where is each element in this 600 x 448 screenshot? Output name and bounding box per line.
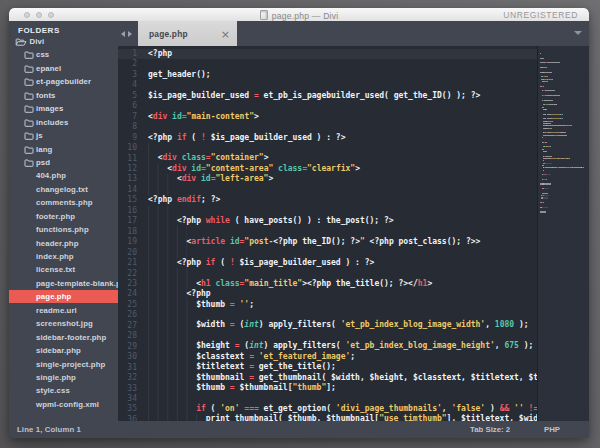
sidebar-item-label: epanel	[36, 63, 61, 72]
code-line-12: <div id="content-area" class="clearfix">	[148, 164, 537, 174]
code-line-18	[148, 226, 537, 236]
folder-icon	[24, 142, 34, 155]
code-line-13: <div id="left-area">	[148, 174, 537, 184]
sidebar-item-includes[interactable]: includes	[9, 115, 118, 128]
code-line-8	[148, 122, 537, 132]
code-text: <?phpget_header();$is_page_builder_used …	[148, 49, 537, 421]
sidebar: FOLDERS Divicssepanelet-pagebuilderfonts…	[9, 21, 118, 421]
folder-icon	[24, 75, 34, 88]
tab-close-icon[interactable]: ×	[221, 29, 230, 38]
sidebar-item-single-project-php[interactable]: single-project.php	[9, 357, 118, 370]
code-line-34	[148, 393, 537, 403]
code-line-3: get_header();	[148, 70, 537, 80]
sidebar-item-changelog-txt[interactable]: changelog.txt	[9, 182, 118, 195]
sidebar-item-404-php[interactable]: 404.php	[9, 169, 118, 182]
sidebar-item-page-template-blank-php[interactable]: page-template-blank.php	[9, 276, 118, 289]
sidebar-item-sidebar-footer-php[interactable]: sidebar-footer.php	[9, 330, 118, 343]
sidebar-item-divi[interactable]: Divi	[9, 34, 118, 47]
sidebar-item-label: 404.php	[36, 171, 66, 180]
sidebar-item-license-txt[interactable]: license.txt	[9, 263, 118, 276]
tab-label: page.php	[149, 29, 188, 39]
folder-icon	[24, 128, 34, 141]
sidebar-item-label: style.css	[36, 386, 70, 395]
code-line-33: $thumb = $thumbnail["thumb"];	[148, 383, 537, 393]
sidebar-item-index-php[interactable]: index.php	[9, 249, 118, 262]
minimap[interactable]	[538, 46, 589, 421]
code-line-25: $thumb = '';	[148, 300, 537, 310]
sidebar-item-label: images	[36, 104, 63, 113]
tab-overflow-icon[interactable]	[574, 31, 582, 35]
sidebar-item-psd[interactable]: psd	[9, 155, 118, 168]
code-line-20	[148, 247, 537, 257]
zoom-window-button[interactable]	[48, 12, 54, 18]
code-line-22	[148, 268, 537, 278]
sidebar-item-label: readme.url	[36, 305, 77, 314]
folder-icon	[24, 61, 34, 74]
title-bar: page.php — Divi UNREGISTERED	[9, 8, 589, 22]
code-line-24: <?php	[148, 289, 537, 299]
sidebar-item-label: sidebar.php	[36, 346, 81, 355]
sidebar-item-readme-url[interactable]: readme.url	[9, 303, 118, 316]
code-line-9: <?php if ( ! $is_page_builder_used ) : ?…	[148, 133, 537, 143]
sidebar-item-css[interactable]: css	[9, 48, 118, 61]
tab-bar: page.php ×	[118, 21, 589, 46]
app-window: page.php — Divi UNREGISTERED FOLDERS Div…	[9, 8, 589, 438]
sidebar-item-header-php[interactable]: header.php	[9, 236, 118, 249]
syntax-status[interactable]: PHP	[544, 425, 560, 434]
code-line-35: if ( 'on' === et_get_option( 'divi_page_…	[148, 404, 537, 414]
sidebar-item-label: psd	[36, 157, 50, 166]
code-line-27: $width = (int) apply_filters( 'et_pb_ind…	[148, 320, 537, 330]
code-area[interactable]: 1234567891011121314151617181920212223242…	[118, 46, 537, 421]
sidebar-item-images[interactable]: images	[9, 101, 118, 114]
sidebar-item-footer-php[interactable]: footer.php	[9, 209, 118, 222]
sidebar-item-label: wpml-config.xml	[36, 399, 99, 408]
cursor-position-status: Line 1, Column 1	[17, 425, 81, 434]
code-line-10	[148, 143, 537, 153]
sidebar-item-label: changelog.txt	[36, 184, 88, 193]
sidebar-item-label: header.php	[36, 238, 79, 247]
code-line-29: $height = (int) apply_filters( 'et_pb_in…	[148, 341, 537, 351]
sidebar-item-js[interactable]: js	[9, 128, 118, 141]
sidebar-item-label: css	[36, 50, 49, 59]
sidebar-item-label: footer.php	[36, 211, 75, 220]
tab-size-status[interactable]: Tab Size: 2	[470, 425, 510, 434]
code-line-7: <div id="main-content">	[148, 112, 537, 122]
sidebar-item-comments-php[interactable]: comments.php	[9, 196, 118, 209]
code-line-32: $thumbnail = get_thumbnail( $width, $hei…	[148, 373, 537, 383]
code-line-4	[148, 80, 537, 90]
sidebar-item-style-css[interactable]: style.css	[9, 384, 118, 397]
tab-page-php[interactable]: page.php ×	[138, 21, 237, 46]
code-line-1: <?php	[148, 49, 537, 59]
sidebar-item-screenshot-jpg[interactable]: screenshot.jpg	[9, 316, 118, 329]
code-line-28	[148, 331, 537, 341]
close-window-button[interactable]	[24, 12, 30, 18]
status-bar: Line 1, Column 1 Tab Size: 2 PHP	[9, 421, 589, 439]
sidebar-item-wpml-config-xml[interactable]: wpml-config.xml	[9, 397, 118, 410]
line-number-gutter: 1234567891011121314151617181920212223242…	[118, 49, 137, 421]
sidebar-item-label: single.php	[36, 372, 76, 381]
sidebar-item-et-pagebuilder[interactable]: et-pagebuilder	[9, 75, 118, 88]
open-folder-icon	[15, 34, 27, 47]
folder-icon	[24, 115, 34, 128]
sidebar-item-page-php[interactable]: page.php	[9, 290, 118, 303]
sidebar-item-sidebar-php[interactable]: sidebar.php	[9, 343, 118, 356]
code-line-14	[148, 185, 537, 195]
code-line-31: $titletext = get_the_title();	[148, 362, 537, 372]
code-line-16	[148, 206, 537, 216]
sidebar-item-label: sidebar-footer.php	[36, 332, 106, 341]
sidebar-item-lang[interactable]: lang	[9, 142, 118, 155]
sidebar-item-fonts[interactable]: fonts	[9, 88, 118, 101]
code-line-2	[148, 59, 537, 69]
sidebar-item-epanel[interactable]: epanel	[9, 61, 118, 74]
sidebar-item-single-php[interactable]: single.php	[9, 370, 118, 383]
minimize-window-button[interactable]	[36, 12, 42, 18]
tab-scroll-left-icon[interactable]	[121, 31, 125, 37]
tab-scroll-right-icon[interactable]	[128, 31, 132, 37]
sidebar-item-label: fonts	[36, 90, 56, 99]
code-line-6	[148, 101, 537, 111]
code-line-15: <?php endif; ?>	[148, 195, 537, 205]
document-icon	[260, 10, 268, 20]
code-line-21: <?php if ( ! $is_page_builder_used ) : ?…	[148, 258, 537, 268]
sidebar-item-label: Divi	[30, 37, 45, 46]
sidebar-item-functions-php[interactable]: functions.php	[9, 222, 118, 235]
